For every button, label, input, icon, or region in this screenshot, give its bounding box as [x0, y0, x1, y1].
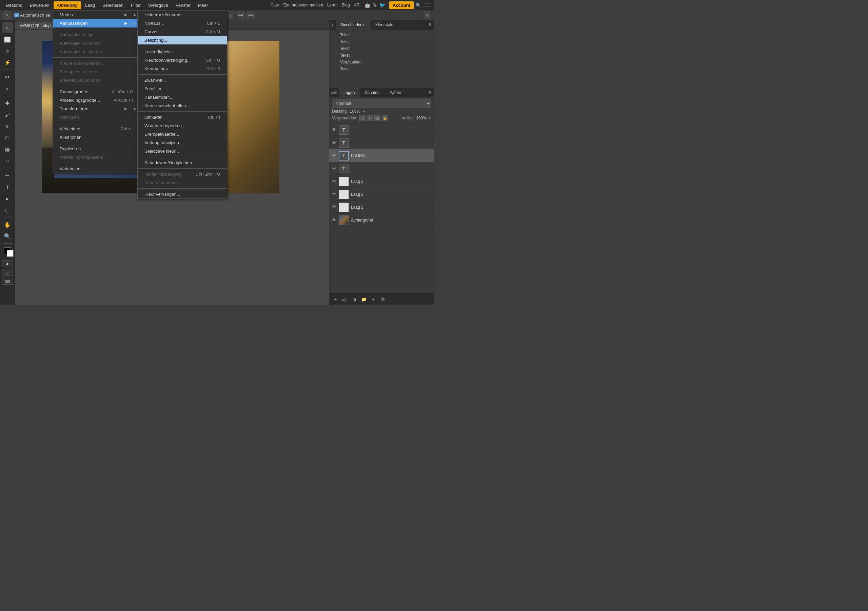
history-item[interactable]: Tekst [329, 38, 434, 45]
menu-aanpassingen[interactable]: Aanpassingen ▶ [53, 19, 140, 28]
menu-afbeelding[interactable]: Afbeelding [54, 2, 81, 9]
lock-position-icon[interactable]: + [367, 115, 373, 121]
menubar-leren[interactable]: Leren [327, 3, 338, 8]
menu-belichting[interactable]: Belichting... [138, 36, 227, 44]
tool-dodge[interactable]: ○ [2, 155, 13, 166]
tool-path-select[interactable]: ▸ [2, 193, 13, 204]
tool-move[interactable]: ↖ [2, 22, 13, 33]
tool-hand[interactable]: ✋ [2, 219, 13, 230]
menu-omkeren[interactable]: Omkeren Ctrl + I [138, 113, 227, 121]
layer-visibility-icon[interactable]: 👁 [331, 127, 337, 133]
tool-shape[interactable]: ◻ [2, 205, 13, 215]
layer-visibility-icon[interactable]: 👁 [331, 140, 337, 146]
tab-lagen[interactable]: Lagen [339, 88, 360, 97]
layers-panel-menu[interactable]: ≡ [426, 88, 434, 97]
menu-laag[interactable]: Laag [82, 2, 98, 9]
tool-zoom[interactable]: 🔍 [2, 231, 13, 241]
tab-paden[interactable]: Paden [384, 88, 406, 97]
menu-verkleinen[interactable]: Verkleinen... Ctrl + . [53, 124, 140, 133]
layer-item[interactable]: 👁 Laag 3 [329, 175, 434, 188]
layer-item-active[interactable]: 👁 T LAGEN [329, 149, 434, 162]
layer-visibility-icon[interactable]: 👁 [331, 205, 337, 210]
menu-filter[interactable]: Filter [127, 2, 144, 9]
menu-bestand[interactable]: Bestand [3, 2, 26, 9]
tool-select-rect[interactable]: ⬜ [2, 34, 13, 45]
background-color[interactable] [7, 250, 14, 257]
tool-stamp[interactable]: S [2, 121, 13, 132]
layer-group-icon[interactable]: 📁 [360, 296, 367, 303]
distribute2-icon[interactable]: ⟺ [237, 11, 245, 19]
menu-drempelwaarde[interactable]: Drempelwaarde... [138, 130, 227, 138]
quick-mask-icon[interactable]: ◉ [2, 260, 13, 267]
keyboard-icon[interactable]: ⌨ [2, 278, 13, 285]
distribute3-icon[interactable]: ⟸ [247, 11, 255, 19]
menu-canvasgrootte[interactable]: Canvasgrootte... Alt+Ctrl + C [53, 87, 140, 96]
menu-waarden-beperken[interactable]: Waarden beperken... [138, 121, 227, 130]
layer-visibility-icon[interactable]: 👁 [331, 179, 337, 184]
menu-kleurtoon[interactable]: Kleurtoon/verzadiging... Ctrl + U [138, 56, 227, 64]
menu-kleur-opzoektabellen[interactable]: Kleur-opzoektabellen... [138, 101, 227, 110]
layer-item[interactable]: 👁 Laag 1 [329, 201, 434, 214]
opacity-dropdown-arrow[interactable]: ▼ [362, 110, 366, 113]
history-item[interactable]: Tekst [329, 65, 434, 72]
fullscreen-icon[interactable]: ⛶ [423, 1, 431, 9]
menu-levendigheid[interactable]: Levendigheid... [138, 48, 227, 56]
move-tool-icon[interactable]: ↖ [3, 11, 11, 20]
tab-kanalen[interactable]: Kanalen [360, 88, 384, 97]
tool-eyedropper[interactable]: ⌅ [2, 83, 13, 94]
lock-pixels-icon[interactable]: ☐ [360, 115, 366, 121]
history-item[interactable]: Verplaatsen [329, 59, 434, 65]
tool-quick-select[interactable]: ⚡ [2, 57, 13, 68]
menu-afbeeldingsgrootte[interactable]: Afbeeldingsgrootte... Alt+Ctrl + I [53, 96, 140, 104]
lock-artboard-icon[interactable]: ◫ [374, 115, 380, 121]
menu-bewerken[interactable]: Bewerken [26, 2, 53, 9]
search-icon[interactable]: 🔍 [414, 1, 423, 9]
history-item[interactable]: Tekst [329, 45, 434, 52]
tool-brush[interactable]: 🖌 [2, 109, 13, 120]
auto-select-checkbox[interactable]: ✓ [14, 13, 19, 17]
menu-verloop-toewijzen[interactable]: Verloop toewijzen... [138, 138, 227, 147]
tool-crop[interactable]: ✂ [2, 72, 13, 82]
menu-schaduwen[interactable]: Schaduwen/Hooglichten... [138, 159, 227, 167]
menu-kanaalmixer[interactable]: Kanaalmixer... [138, 93, 227, 101]
layer-visibility-icon[interactable]: 👁 [331, 192, 337, 197]
menu-fotofilter[interactable]: Fotofilter... [138, 84, 227, 93]
history-panel-menu[interactable]: ≡ [426, 20, 434, 30]
lock-all-icon[interactable]: 🔒 [382, 115, 388, 121]
distribute-v-icon[interactable]: ↕ [227, 11, 234, 19]
layer-link-icon[interactable]: ⚭ [332, 296, 339, 303]
layer-visibility-icon[interactable]: 👁 [331, 218, 337, 223]
menu-selectieve-kleur[interactable]: Selectieve kleur... [138, 147, 227, 155]
facebook-icon[interactable]: 🐦 [380, 2, 385, 8]
layer-visibility-icon[interactable]: 👁 [331, 153, 337, 159]
menu-selecteren[interactable]: Selecteren [99, 2, 127, 9]
tab-kleurstalen[interactable]: Kleurstalen [370, 20, 401, 30]
color-swatch[interactable] [2, 247, 13, 258]
menu-alles-tonen[interactable]: Alles tonen [53, 133, 140, 141]
menubar-api[interactable]: API [354, 3, 360, 8]
tool-heal[interactable]: ✚ [2, 98, 13, 109]
grid-icon[interactable]: ⊞ [424, 11, 431, 19]
tool-lasso[interactable]: ⌾ [2, 45, 13, 56]
layer-new-icon[interactable]: + [370, 296, 377, 303]
menu-venster[interactable]: Venster [172, 2, 194, 9]
fill-dropdown-arrow[interactable]: ▼ [428, 117, 431, 120]
menu-account[interactable]: Account [389, 2, 414, 9]
opacity-value[interactable]: 100% [350, 109, 360, 113]
layer-fx-icon[interactable]: eff. [341, 296, 348, 303]
menubar-over[interactable]: Over [271, 3, 279, 8]
tool-text[interactable]: T [2, 182, 13, 192]
layer-item[interactable]: 👁 Laag 2 [329, 188, 434, 201]
menu-meer[interactable]: Meer [195, 2, 212, 9]
menu-transformeren[interactable]: Transformeren ▶ [53, 104, 140, 113]
menu-kleurbalans[interactable]: Kleurbalans... Ctrl + B [138, 64, 227, 73]
menu-modus[interactable]: Modus ▶ [53, 11, 140, 19]
tab-geschiedenis[interactable]: Geschiedenis [336, 20, 370, 30]
tool-eraser[interactable]: ◻ [2, 132, 13, 143]
history-item[interactable]: Tekst [329, 31, 434, 38]
tool-pen[interactable]: ✒ [2, 170, 13, 181]
menubar-probleem[interactable]: Een probleem melden [284, 3, 323, 8]
twitter-icon[interactable]: 𝕏 [373, 2, 377, 8]
layer-item[interactable]: 👁 T [329, 136, 434, 149]
menu-curves[interactable]: Curves... Ctrl + M [138, 28, 227, 36]
